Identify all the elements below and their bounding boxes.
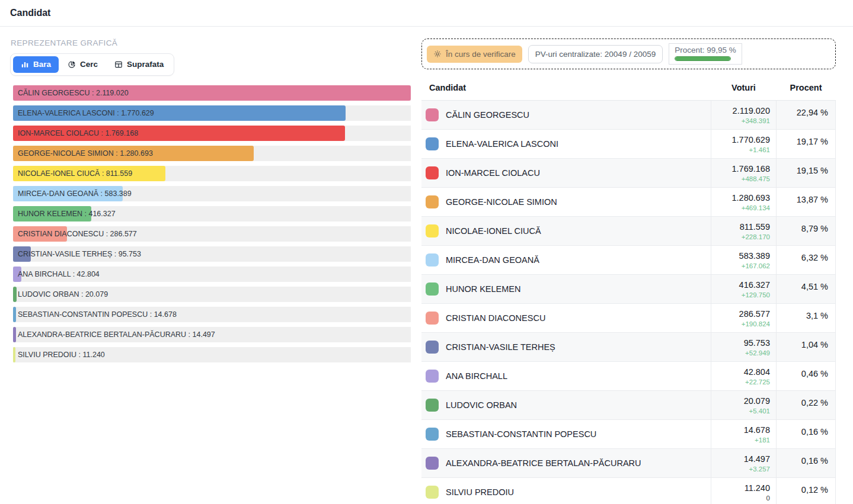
percent-value: 1,04 % [777, 333, 836, 362]
bar-label: SEBASTIAN-CONSTANTIN POPESCU : 14.678 [18, 310, 177, 319]
graphic-panel: REPREZENTARE GRAFICĂ Bara [10, 38, 411, 367]
bar-label: ION-MARCEL CIOLACU : 1.769.168 [18, 129, 138, 137]
candidate-name: ANA BIRCHALL [446, 371, 507, 381]
candidate-name: MIRCEA-DAN GEOANĂ [446, 255, 539, 265]
pv-centralized-counter: PV-uri centralizate: 20049 / 20059 [528, 45, 663, 63]
bar-row: CĂLIN GEORGESCU : 2.119.020 [13, 85, 411, 101]
percent-value: 8,79 % [777, 217, 836, 246]
candidate-name: LUDOVIC ORBAN [446, 400, 517, 410]
candidate-color-swatch [426, 370, 439, 383]
bar-label: NICOLAE-IONEL CIUCĂ : 811.559 [18, 169, 132, 178]
table-row: SEBASTIAN-CONSTANTIN POPESCU 14.678 +181… [421, 420, 836, 449]
chart-type-pie-button[interactable]: Cerc [60, 56, 106, 73]
votes-value: 416.327 [717, 280, 770, 290]
votes-value: 20.079 [717, 396, 770, 406]
bar-label: CRISTIAN-VASILE TERHEȘ : 95.753 [18, 250, 141, 258]
results-table-body: CĂLIN GEORGESCU 2.119.020 +348.391 22,94… [421, 101, 836, 504]
candidate-name: CĂLIN GEORGESCU [446, 110, 529, 120]
candidate-name: ALEXANDRA-BEATRICE BERTALAN-PĂCURARU [446, 458, 641, 468]
percent-value: 0,46 % [777, 362, 836, 391]
procent-progress-fill [675, 57, 730, 60]
percent-value: 0,12 % [777, 478, 836, 504]
percent-value: 0,22 % [777, 391, 836, 420]
candidate-color-swatch [426, 166, 439, 179]
table-row: ALEXANDRA-BEATRICE BERTALAN-PĂCURARU 14.… [421, 449, 836, 478]
bar-row: MIRCEA-DAN GEOANĂ : 583.389 [13, 186, 411, 201]
candidate-name: ION-MARCEL CIOLACU [446, 168, 540, 178]
percent-value: 0,16 % [777, 420, 836, 449]
candidate-name: GEORGE-NICOLAE SIMION [446, 197, 557, 207]
candidate-color-swatch [426, 253, 439, 267]
table-row: HUNOR KELEMEN 416.327 +129.750 4,51 % [421, 275, 836, 304]
bar-label: HUNOR KELEMEN : 416.327 [18, 210, 116, 218]
bar-label: ALEXANDRA-BEATRICE BERTALAN-PĂCURARU : 1… [18, 330, 215, 339]
table-row: CĂLIN GEORGESCU 2.119.020 +348.391 22,94… [421, 101, 836, 130]
procent-label: Procent: 99,95 % [675, 46, 736, 54]
votes-delta: +228.170 [717, 233, 770, 240]
bar-row: ANA BIRCHALL : 42.804 [13, 267, 411, 282]
percent-value: 19,17 % [777, 130, 836, 159]
bar-row: SEBASTIAN-CONSTANTIN POPESCU : 14.678 [13, 307, 411, 322]
candidate-name: ELENA-VALERICA LASCONI [446, 139, 558, 149]
votes-delta: +129.750 [717, 291, 770, 298]
gear-icon [433, 50, 442, 58]
candidate-name: NICOLAE-IONEL CIUCĂ [446, 226, 541, 236]
candidate-color-swatch [426, 283, 439, 296]
votes-value: 1.280.693 [717, 193, 770, 203]
bar-fill [13, 287, 17, 302]
bar-label: LUDOVIC ORBAN : 20.079 [18, 290, 108, 298]
bar-chart: CĂLIN GEORGESCU : 2.119.020 ELENA-VALERI… [10, 85, 411, 362]
candidate-color-swatch [426, 224, 439, 237]
column-header-percent: Procent [777, 75, 836, 101]
votes-delta: +52.949 [717, 349, 770, 357]
percent-value: 3,1 % [777, 304, 836, 333]
bar-row: HUNOR KELEMEN : 416.327 [13, 206, 411, 221]
bar-chart-icon [21, 60, 29, 69]
bar-row: SILVIU PREDOIU : 11.240 [13, 347, 411, 362]
candidate-name: CRISTIAN-VASILE TERHEȘ [446, 342, 555, 352]
table-row: CRISTIAN DIACONESCU 286.577 +190.824 3,1… [421, 304, 836, 333]
table-row: ELENA-VALERICA LASCONI 1.770.629 +1.461 … [421, 130, 836, 159]
table-row: MIRCEA-DAN GEOANĂ 583.389 +167.062 6,32 … [421, 246, 836, 275]
votes-value: 583.389 [717, 251, 770, 261]
bar-label: ELENA-VALERICA LASCONI : 1.770.629 [18, 109, 154, 117]
table-row: SILVIU PREDOIU 11.240 0 0,12 % [421, 478, 836, 504]
votes-value: 286.577 [717, 309, 770, 319]
votes-value: 1.770.629 [717, 135, 770, 145]
table-row: CRISTIAN-VASILE TERHEȘ 95.753 +52.949 1,… [421, 333, 836, 362]
procent-progress-bar [675, 56, 731, 61]
percent-value: 0,16 % [777, 449, 836, 478]
percent-value: 22,94 % [777, 101, 836, 130]
procent-indicator: Procent: 99,95 % [669, 43, 742, 65]
bar-row: ALEXANDRA-BEATRICE BERTALAN-PĂCURARU : 1… [13, 327, 411, 342]
votes-delta: +167.062 [717, 262, 770, 269]
page-title: Candidat [10, 8, 50, 18]
votes-delta: +469.134 [717, 204, 770, 211]
candidate-color-swatch [426, 312, 439, 325]
percent-value: 13,87 % [777, 188, 836, 217]
percent-value: 4,51 % [777, 275, 836, 304]
candidate-name: SILVIU PREDOIU [446, 487, 514, 497]
table-grid-icon [114, 60, 123, 69]
status-strip: În curs de verificare PV-uri centralizat… [421, 38, 836, 69]
results-panel: În curs de verificare PV-uri centralizat… [421, 38, 836, 504]
votes-delta: +488.475 [717, 175, 770, 182]
table-row: LUDOVIC ORBAN 20.079 +5.401 0,22 % [421, 391, 836, 420]
votes-value: 14.497 [717, 454, 770, 464]
bar-label: CRISTIAN DIACONESCU : 286.577 [18, 230, 137, 238]
chart-type-area-button[interactable]: Suprafata [107, 56, 171, 73]
verification-status-badge: În curs de verificare [427, 46, 522, 63]
votes-delta: +181 [717, 436, 770, 444]
bar-row: GEORGE-NICOLAE SIMION : 1.280.693 [13, 146, 411, 161]
votes-delta: +190.824 [717, 320, 770, 328]
bar-label: SILVIU PREDOIU : 11.240 [18, 351, 105, 359]
chart-type-area-label: Suprafata [127, 60, 164, 69]
chart-type-bar-button[interactable]: Bara [13, 56, 59, 73]
votes-delta: 0 [717, 495, 770, 502]
bar-label: ANA BIRCHALL : 42.804 [18, 270, 100, 278]
votes-delta: +1.461 [717, 146, 770, 153]
votes-value: 42.804 [717, 367, 770, 377]
bar-row: ELENA-VALERICA LASCONI : 1.770.629 [13, 105, 411, 121]
candidate-name: HUNOR KELEMEN [446, 284, 521, 294]
pie-chart-icon [68, 60, 76, 69]
